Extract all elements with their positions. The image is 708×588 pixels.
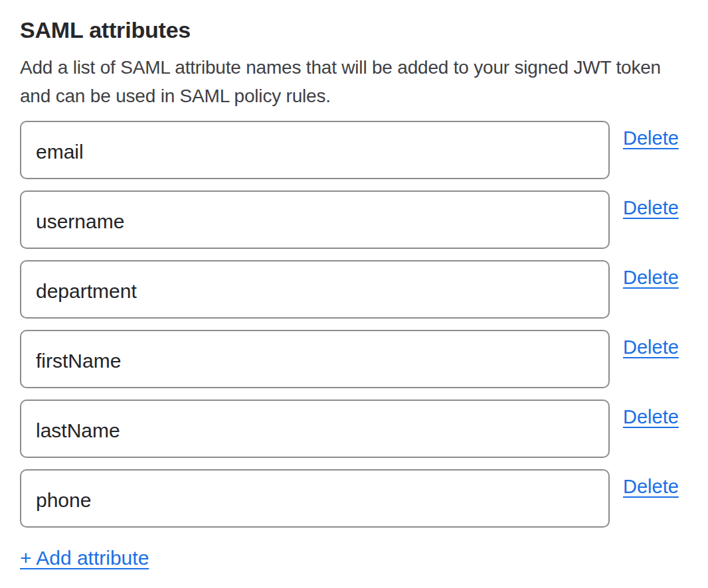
- attribute-row: Delete: [20, 190, 708, 249]
- delete-attribute-link[interactable]: Delete: [623, 405, 679, 429]
- attribute-row: Delete: [20, 469, 708, 528]
- saml-attribute-input[interactable]: [20, 469, 610, 528]
- attribute-row: Delete: [20, 121, 708, 179]
- attribute-row: Delete: [20, 330, 708, 388]
- saml-attribute-input[interactable]: [20, 400, 610, 458]
- attribute-row: Delete: [20, 260, 708, 319]
- attribute-list: Delete Delete Delete Delete Delete: [20, 121, 708, 528]
- saml-attributes-panel: SAML attributes Add a list of SAML attri…: [0, 0, 708, 588]
- add-attribute-link[interactable]: + Add attribute: [20, 546, 149, 571]
- description-line-1: Add a list of SAML attribute names that …: [20, 53, 708, 82]
- delete-attribute-link[interactable]: Delete: [623, 265, 679, 289]
- delete-attribute-link[interactable]: Delete: [623, 475, 679, 498]
- saml-attribute-input[interactable]: [20, 330, 610, 388]
- saml-attribute-input[interactable]: [20, 260, 610, 319]
- delete-attribute-link[interactable]: Delete: [623, 196, 679, 220]
- attribute-row: Delete: [20, 400, 708, 458]
- delete-attribute-link[interactable]: Delete: [623, 335, 679, 359]
- saml-attribute-input[interactable]: [20, 121, 610, 179]
- saml-attribute-input[interactable]: [20, 190, 610, 249]
- description-line-2: and can be used in SAML policy rules.: [20, 82, 708, 110]
- section-description: Add a list of SAML attribute names that …: [20, 53, 708, 110]
- delete-attribute-link[interactable]: Delete: [623, 126, 679, 150]
- page-title: SAML attributes: [20, 16, 708, 44]
